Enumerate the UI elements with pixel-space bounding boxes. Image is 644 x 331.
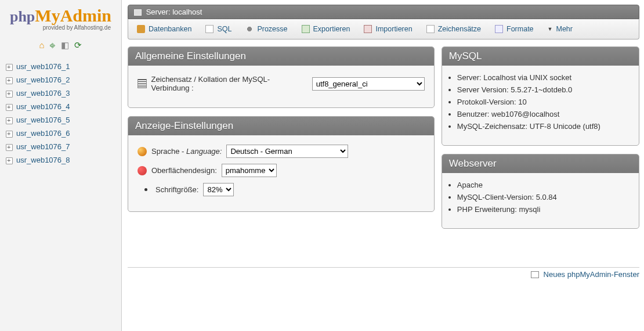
webserver-info-list: Apache MySQL-Client-Version: 5.0.84 PHP … — [442, 179, 639, 215]
panel-general-settings: Allgemeine Einstellungen Zeichensatz / K… — [128, 46, 435, 108]
charset-icon — [426, 25, 435, 33]
db-item[interactable]: usr_web1076_7 — [3, 140, 121, 153]
tab-datenbanken[interactable]: Datenbanken — [131, 21, 198, 37]
db-link[interactable]: usr_web1076_4 — [16, 102, 70, 111]
reload-icon[interactable]: ⟳ — [74, 40, 82, 50]
format-icon — [495, 25, 503, 33]
collation-icon — [138, 79, 147, 88]
new-window-link[interactable]: Neues phpMyAdmin-Fenster — [544, 270, 639, 279]
theme-label: Oberflächendesign: — [151, 166, 217, 175]
new-window-icon — [532, 272, 539, 278]
database-list: usr_web1076_1 usr_web1076_2 usr_web1076_… — [0, 60, 121, 167]
expand-icon[interactable] — [6, 91, 13, 98]
info-item: Server: Localhost via UNIX socket — [457, 71, 639, 84]
db-item[interactable]: usr_web1076_3 — [3, 87, 121, 100]
logo-admin: Admin — [60, 6, 111, 25]
footer: Neues phpMyAdmin-Fenster — [128, 267, 639, 279]
tab-prozesse[interactable]: Prozesse — [239, 21, 294, 37]
breadcrumb-label[interactable]: Server: localhost — [146, 8, 202, 16]
bullet-icon — [144, 188, 147, 191]
tab-bar: Datenbanken SQL Prozesse Exportieren Imp… — [128, 19, 639, 39]
nav-icon-bar: ⌂ ⎆ ◧ ⟳ — [0, 37, 121, 60]
tab-label: SQL — [217, 25, 231, 33]
process-icon — [245, 25, 254, 33]
db-link[interactable]: usr_web1076_2 — [16, 75, 70, 84]
db-item[interactable]: usr_web1076_5 — [3, 113, 121, 127]
expand-icon[interactable] — [6, 117, 13, 124]
db-item[interactable]: usr_web1076_4 — [3, 100, 121, 113]
language-label: Sprache - Language: — [151, 147, 222, 156]
import-icon — [364, 25, 372, 33]
theme-icon — [138, 166, 147, 175]
db-item[interactable]: usr_web1076_2 — [3, 73, 121, 87]
expand-icon[interactable] — [6, 104, 13, 111]
panel-heading: Allgemeine Einstellungen — [128, 47, 434, 66]
server-icon — [134, 9, 142, 16]
expand-icon[interactable] — [6, 157, 13, 164]
panel-heading: MySQL — [442, 47, 639, 66]
tab-label: Zeichensätze — [438, 25, 481, 33]
fontsize-select[interactable]: 82% — [203, 183, 234, 196]
db-item[interactable]: usr_web1076_8 — [3, 153, 121, 167]
tab-label: Datenbanken — [149, 25, 191, 33]
tab-importieren[interactable]: Importieren — [357, 21, 418, 37]
info-item: PHP Erweiterung: mysqli — [457, 203, 639, 215]
db-link[interactable]: usr_web1076_1 — [16, 62, 70, 71]
tab-formate[interactable]: Formate — [489, 21, 540, 37]
expand-icon[interactable] — [6, 77, 13, 84]
tab-label: Prozesse — [257, 25, 287, 33]
tab-sql[interactable]: SQL — [199, 21, 238, 37]
info-item: Server Version: 5.5.27-1~dotdeb.0 — [457, 84, 639, 96]
sql-tab-icon — [205, 25, 214, 33]
tab-exportieren[interactable]: Exportieren — [295, 21, 357, 37]
info-item: Protokoll-Version: 10 — [457, 96, 639, 108]
db-link[interactable]: usr_web1076_7 — [16, 142, 70, 151]
info-item: Benutzer: web1076@localhost — [457, 108, 639, 120]
expand-icon[interactable] — [6, 144, 13, 151]
expand-icon[interactable] — [6, 131, 13, 138]
expand-icon[interactable] — [6, 64, 13, 71]
panel-webserver: Webserver Apache MySQL-Client-Version: 5… — [442, 154, 639, 229]
language-select[interactable]: Deutsch - German — [226, 145, 348, 158]
tab-label: Formate — [506, 25, 534, 33]
db-link[interactable]: usr_web1076_6 — [16, 129, 70, 138]
logo[interactable]: phpMyAdmin — [0, 0, 121, 27]
breadcrumb: Server: localhost — [128, 5, 639, 19]
logo-my: My — [35, 6, 60, 25]
info-item: MySQL-Zeichensatz: UTF-8 Unicode (utf8) — [457, 120, 639, 132]
mysql-info-list: Server: Localhost via UNIX socket Server… — [442, 71, 639, 132]
panel-heading: Webserver — [442, 154, 639, 173]
logo-php: php — [10, 8, 35, 25]
collation-select[interactable]: utf8_general_ci — [312, 77, 425, 91]
export-icon — [302, 25, 310, 33]
database-icon — [137, 25, 145, 33]
db-link[interactable]: usr_web1076_5 — [16, 116, 70, 124]
sidebar: phpMyAdmin provided by Alfahosting.de ⌂ … — [0, 0, 122, 331]
fontsize-label: Schriftgröße: — [155, 185, 198, 194]
tab-label: Exportieren — [313, 25, 350, 33]
db-link[interactable]: usr_web1076_3 — [16, 89, 70, 98]
exit-icon[interactable]: ⎆ — [50, 40, 55, 50]
tab-label: Importieren — [375, 25, 412, 33]
language-icon — [138, 147, 147, 156]
chevron-down-icon: ▼ — [548, 26, 553, 32]
home-icon[interactable]: ⌂ — [39, 40, 45, 50]
main-panel: Server: localhost Datenbanken SQL Prozes… — [122, 0, 644, 331]
tab-mehr[interactable]: ▼Mehr — [541, 21, 579, 37]
info-item: MySQL-Client-Version: 5.0.84 — [457, 191, 639, 203]
theme-select[interactable]: pmahomme — [222, 164, 277, 177]
panel-heading: Anzeige-Einstellungen — [128, 117, 434, 135]
info-item: Apache — [457, 179, 639, 191]
collation-label: Zeichensatz / Kollation der MySQL-Verbin… — [151, 75, 307, 92]
panel-display-settings: Anzeige-Einstellungen Sprache - Language… — [128, 116, 435, 212]
db-item[interactable]: usr_web1076_1 — [3, 60, 121, 73]
panel-mysql: MySQL Server: Localhost via UNIX socket … — [442, 46, 639, 146]
db-item[interactable]: usr_web1076_6 — [3, 127, 121, 140]
tab-label: Mehr — [556, 25, 573, 33]
db-link[interactable]: usr_web1076_8 — [16, 156, 70, 164]
tab-zeichensaetze[interactable]: Zeichensätze — [420, 21, 487, 37]
sql-icon[interactable]: ◧ — [61, 40, 69, 50]
